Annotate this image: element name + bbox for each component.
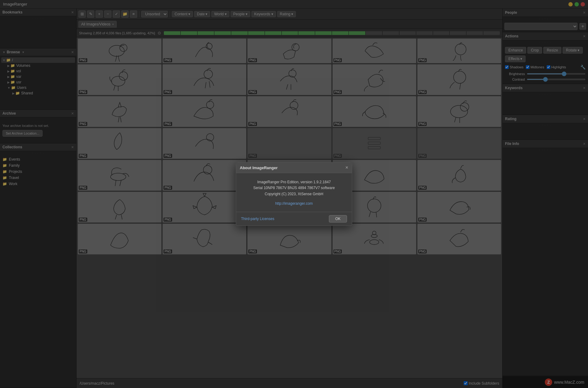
modal-footer: Third-party Licenses OK: [236, 212, 352, 226]
modal-titlebar: About ImageRanger ×: [236, 162, 352, 173]
modal-url-link[interactable]: http://imageranger.com: [275, 201, 313, 206]
third-party-licenses-button[interactable]: Third-party Licenses: [241, 217, 274, 221]
modal-overlay: About ImageRanger × ImageRanger Pro Edit…: [0, 0, 588, 388]
modal-body: ImageRanger Pro Edition, version 1.9.2.1…: [236, 173, 352, 212]
modal-close-button[interactable]: ×: [345, 165, 348, 170]
modal-ok-button[interactable]: OK: [329, 215, 347, 223]
modal-line2: Serial 10NP8 7867V BNJS 4894 7867V7 soft…: [242, 185, 346, 191]
about-dialog: About ImageRanger × ImageRanger Pro Edit…: [236, 162, 352, 226]
modal-line3: Copyright (C) 2023, XtSense GmbH: [242, 191, 346, 197]
modal-line1: ImageRanger Pro Edition, version 1.9.2.1…: [242, 179, 346, 185]
modal-title: About ImageRanger: [240, 165, 278, 170]
